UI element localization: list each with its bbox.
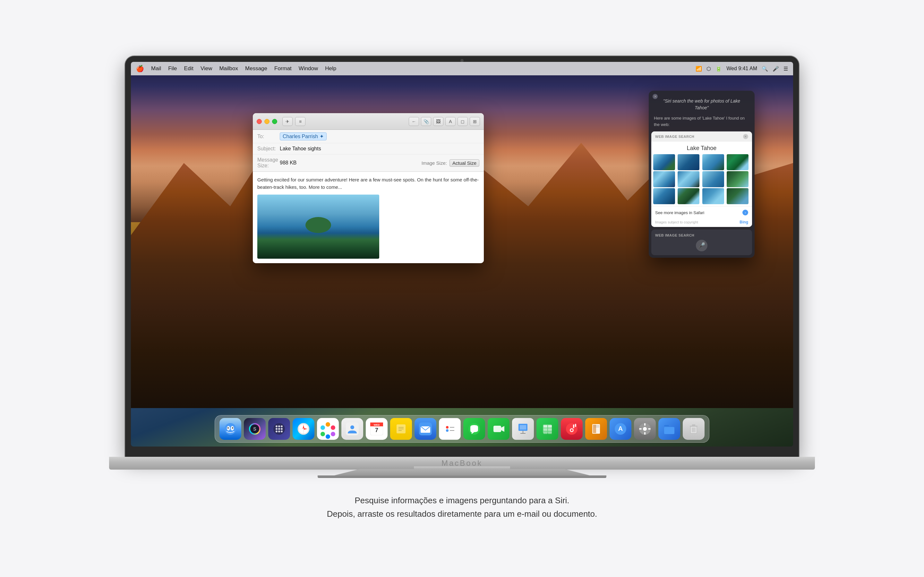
macbook-bottom-bar: MacBook (109, 457, 815, 470)
send-button[interactable]: ✈ (282, 117, 292, 126)
siri-thumbnail[interactable] (727, 154, 748, 170)
mail-body[interactable]: Getting excited for our summer adventure… (253, 172, 484, 263)
siri-card-close-button[interactable]: ✕ (743, 134, 748, 139)
siri-thumbnail[interactable] (653, 171, 675, 187)
siri-thumbnail[interactable] (653, 188, 675, 204)
siri-thumbnail[interactable] (653, 154, 675, 170)
image-size-value[interactable]: Actual Size (449, 159, 479, 167)
attachment-button[interactable]: 📎 (421, 117, 431, 126)
svg-point-40 (446, 429, 449, 432)
macbook-stand (334, 469, 590, 475)
dock-launchpad-icon[interactable] (268, 418, 290, 440)
siri-thumbnail[interactable] (727, 188, 748, 204)
svg-point-0 (225, 423, 236, 435)
siri-copyright-text: Images subject to copyright (655, 220, 698, 224)
dock-finder-icon[interactable] (220, 418, 241, 440)
siri-thumbnail[interactable] (702, 154, 724, 170)
svg-point-23 (331, 432, 335, 436)
dock-calendar-icon[interactable]: WED7 (366, 418, 388, 440)
maximize-button[interactable] (272, 119, 277, 124)
siri-thumbnail[interactable] (678, 188, 699, 204)
svg-point-6 (276, 425, 278, 427)
siri-thumbnail[interactable] (678, 154, 699, 170)
dock-notes-icon[interactable] (390, 418, 412, 440)
dock-keynote-icon[interactable] (512, 418, 534, 440)
back-button[interactable]: ← (409, 117, 419, 126)
subject-value[interactable]: Lake Tahoe sights (280, 146, 321, 152)
menubar-siri-icon[interactable]: 🎤 (772, 66, 779, 72)
size-label: Message Size: (257, 157, 280, 169)
siri-see-more-row[interactable]: See more images in Safari › (651, 206, 752, 219)
menu-mailbox[interactable]: Mailbox (219, 65, 238, 72)
menubar-menu-icon[interactable]: ☰ (783, 66, 788, 72)
dock-ibooks-icon[interactable] (585, 418, 607, 440)
svg-rect-70 (644, 423, 646, 426)
dock-numbers-icon[interactable] (536, 418, 558, 440)
dock-photos-icon[interactable] (317, 418, 339, 440)
menubar-bluetooth-icon: ⬡ (706, 66, 711, 72)
traffic-lights (257, 119, 277, 124)
photo2-button[interactable]: ◻ (457, 117, 468, 126)
dock-trash-icon[interactable] (683, 418, 704, 440)
dock-safari-icon[interactable] (292, 418, 314, 440)
dock-contacts-icon[interactable] (341, 418, 363, 440)
menu-window[interactable]: Window (299, 65, 318, 72)
dock-reminders-icon[interactable] (439, 418, 461, 440)
photos-button[interactable]: 🖼 (433, 117, 443, 126)
to-value[interactable]: Charles Parrish ✦ (280, 132, 326, 140)
menu-message[interactable]: Message (245, 65, 267, 72)
mail-subject-field: Subject: Lake Tahoe sights (253, 143, 484, 155)
screen: 🍎 Mail File Edit View Mailbox Message Fo… (131, 62, 793, 446)
apple-menu[interactable]: 🍎 (136, 65, 144, 73)
svg-point-11 (281, 428, 283, 430)
image-size-label: Image Size: (422, 160, 447, 166)
siri-image-card: WEB IMAGE SEARCH ✕ Lake Tahoe (651, 131, 752, 227)
siri-thumbnail[interactable] (702, 188, 724, 204)
mail-size-field: Message Size: 988 KB Image Size: Actual … (253, 155, 484, 171)
menu-app-name[interactable]: Mail (151, 65, 161, 72)
dock-siri-icon[interactable]: S (244, 418, 266, 440)
siri-thumbnail[interactable] (678, 171, 699, 187)
siri-response: Here are some images of 'Lake Tahoe' I f… (649, 115, 754, 131)
font-button[interactable]: A (445, 117, 456, 126)
siri-thumbnail[interactable] (702, 171, 724, 187)
subject-label: Subject: (257, 146, 280, 152)
menu-view[interactable]: View (200, 65, 212, 72)
siri-copyright-row: Images subject to copyright Bing (651, 219, 752, 227)
dock-facetime-icon[interactable] (488, 418, 509, 440)
macbook-container: 🍎 Mail File Edit View Mailbox Message Fo… (125, 56, 799, 521)
dock-folder-icon[interactable] (658, 418, 680, 440)
siri-bing-logo: Bing (740, 220, 748, 224)
table-button[interactable]: ⊞ (470, 117, 480, 126)
dock-messages-icon[interactable] (463, 418, 485, 440)
dock-appstore-icon[interactable]: A (610, 418, 632, 440)
svg-rect-72 (639, 428, 642, 430)
siri-microphone[interactable]: 🎤 (696, 240, 708, 251)
dock-system-preferences-icon[interactable] (634, 418, 656, 440)
dock-itunes-icon[interactable] (561, 418, 583, 440)
menu-help[interactable]: Help (325, 65, 336, 72)
menu-bar-right: 📶 ⬡ 🔋 Wed 9:41 AM 🔍 🎤 ☰ (696, 66, 788, 72)
svg-rect-53 (543, 428, 548, 431)
svg-rect-47 (520, 425, 526, 430)
svg-rect-77 (692, 424, 695, 426)
svg-point-28 (351, 425, 354, 429)
menu-file[interactable]: File (168, 65, 177, 72)
close-button[interactable] (257, 119, 262, 124)
menu-edit[interactable]: Edit (184, 65, 194, 72)
dock-mail-icon[interactable] (415, 418, 436, 440)
siri-thumbnail[interactable] (727, 171, 748, 187)
desktop-background: 🍎 Mail File Edit View Mailbox Message Fo… (131, 62, 793, 446)
minimize-button[interactable] (264, 119, 270, 124)
siri-card-header: WEB IMAGE SEARCH ✕ (651, 131, 752, 142)
menu-format[interactable]: Format (274, 65, 292, 72)
svg-rect-74 (664, 427, 674, 434)
svg-rect-51 (543, 425, 548, 428)
menubar-search-icon[interactable]: 🔍 (762, 66, 768, 72)
format-button[interactable]: ≡ (295, 117, 305, 126)
siri-mic-card: WEB IMAGE SEARCH 🎤 (651, 229, 752, 255)
svg-point-25 (320, 432, 325, 436)
svg-point-14 (281, 430, 283, 432)
caption-line2: Depois, arraste os resultados diretament… (327, 508, 598, 521)
to-label: To: (257, 134, 280, 139)
